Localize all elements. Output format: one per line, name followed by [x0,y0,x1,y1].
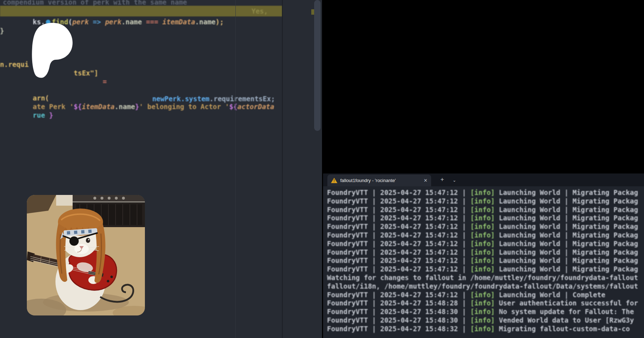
cat-rockstar-photo [27,195,145,315]
inline-ghost-text: Yes, [252,6,268,16]
code-brace-fragment: } [0,26,4,35]
editor-scrollbar-thumb[interactable] [314,0,321,131]
tab-close-icon[interactable]: ✕ [424,178,428,183]
log-line: FoundryVTT | 2025-04-27 15:47:12 | [info… [327,256,644,265]
log-line: FoundryVTT | 2025-04-27 15:48:28 | [info… [327,299,644,308]
log-line: FoundryVTT | 2025-04-27 15:48:30 | [info… [327,308,644,316]
code-line-find: ks.find(perk => perk.name === itemData.n… [0,6,224,16]
log-line: fallout/i18n, /home/muttley/foundry/foun… [327,282,644,291]
code-token: .name [195,18,215,26]
code-token: n.requi [0,60,29,69]
code-token: ); [216,18,224,26]
code-token: ' belonging to Actor ' [139,103,229,111]
editor-ruler-line [235,0,236,338]
new-tab-button[interactable]: + [440,176,444,182]
white-blob-overlay [26,22,74,79]
log-line: FoundryVTT | 2025-04-27 15:47:12 | [info… [327,291,644,299]
log-line: FoundryVTT | 2025-04-27 15:47:12 | [info… [327,214,644,222]
log-line: FoundryVTT | 2025-04-27 15:47:12 | [info… [327,206,644,214]
log-line: FoundryVTT | 2025-04-27 15:47:12 | [info… [327,240,644,248]
terminal-tab[interactable]: ! fallout1foundry - 'rocinante' ✕ [327,175,431,186]
log-line: FoundryVTT | 2025-04-27 15:47:12 | [info… [327,248,644,257]
code-token: ${ [229,103,238,111]
log-line: FoundryVTT | 2025-04-27 15:47:12 | [info… [327,231,644,240]
code-token: ${ [74,103,82,111]
tab-dropdown-icon[interactable]: ⌄ [453,177,456,183]
log-line: FoundryVTT | 2025-04-27 15:47:12 | [info… [327,265,644,274]
code-token: perk [105,18,122,26]
screenshot-stage: compendium version of perk with the same… [0,0,644,338]
log-line: FoundryVTT | 2025-04-27 15:48:30 | [info… [327,316,644,325]
log-line: FoundryVTT | 2025-04-27 15:47:12 | [info… [327,188,644,197]
terminal-window: ! fallout1foundry - 'rocinante' ✕ + ⌄ Fo… [323,173,644,338]
code-token: itemData [162,18,195,26]
code-token: .name [114,103,135,111]
log-line: FoundryVTT | 2025-04-27 15:47:12 | [info… [327,197,644,206]
code-token: itemData [82,103,115,111]
log-line: FoundryVTT | 2025-04-27 15:47:12 | [info… [327,222,644,231]
warning-icon: ! [331,178,337,183]
log-line: Watching for changes to fallout in /home… [327,274,644,282]
code-token: } [49,111,53,119]
code-token: actorData [238,103,274,111]
code-token: => [93,18,101,26]
code-token: rue [33,111,45,119]
code-token: === [146,18,158,26]
code-token: } [135,103,139,111]
code-line-true: rue } [0,102,53,128]
terminal-tab-bar: ! fallout1foundry - 'rocinante' ✕ + ⌄ [323,173,644,186]
editor-minimap-divider [282,0,283,338]
code-token: tsEx"] [74,69,98,77]
code-token: = [103,77,107,86]
code-token: .name [121,18,142,26]
code-token: perk [72,18,89,26]
log-line: FoundryVTT | 2025-04-27 15:48:32 | [info… [327,325,644,333]
terminal-log[interactable]: FoundryVTT | 2025-04-27 15:47:12 | [info… [327,188,644,338]
terminal-tab-title: fallout1foundry - 'rocinante' [340,178,421,183]
